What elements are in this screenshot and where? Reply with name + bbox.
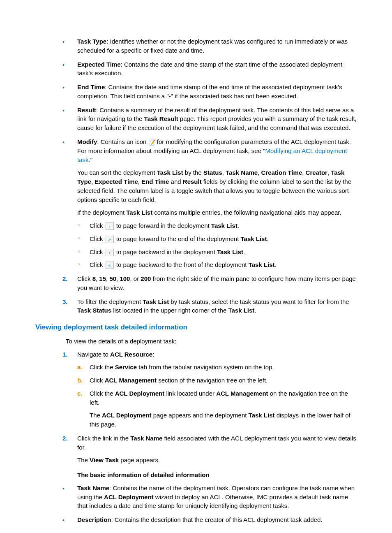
field-definition-list: Task Name: Contains the name of the depl… — [35, 484, 357, 524]
substep-marker: c. — [77, 389, 83, 398]
step-number: 3. — [62, 297, 68, 306]
text: : Contains an icon — [97, 138, 148, 145]
step-number: 2. — [62, 434, 68, 443]
field-label: Expected Time — [77, 61, 121, 68]
list-item: Click « to page backward to the front of… — [77, 260, 357, 269]
list-item: Result: Contains a summary of the result… — [62, 106, 357, 132]
result-text: The View Task page appears. — [77, 456, 357, 465]
field-label: Task Name — [77, 484, 109, 491]
page-prev-icon[interactable]: ‹ — [106, 249, 114, 256]
list-item: Task Name: Contains the name of the depl… — [62, 484, 357, 510]
list-item: 2. Click the link in the Task Name field… — [62, 434, 357, 465]
text: ." — [89, 156, 93, 163]
field-label: Description — [77, 516, 111, 523]
list-item: 2. Click 8, 15, 50, 100, or 200 from the… — [62, 274, 357, 292]
list-item: Task Type: Identifies whether or not the… — [62, 37, 357, 55]
substep-marker: b. — [77, 376, 83, 385]
step-number: 1. — [62, 350, 68, 359]
list-item: 3. To filter the deployment Task List by… — [62, 297, 357, 315]
field-label: End Time — [77, 83, 105, 90]
list-item: Click › to page forward in the deploymen… — [77, 221, 357, 230]
procedure-steps: 2. Click 8, 15, 50, 100, or 200 from the… — [35, 274, 357, 315]
list-item: Expected Time: Contains the date and tim… — [62, 60, 357, 78]
field-label: Result — [77, 107, 96, 114]
field-text: : Contains the date and time stamp of th… — [77, 83, 342, 100]
substep-marker: a. — [77, 363, 83, 372]
list-item: a. Click the Service tab from the tabula… — [77, 363, 357, 372]
page-first-icon[interactable]: « — [106, 262, 114, 269]
step-number: 2. — [62, 274, 68, 283]
procedure-steps: 1. Navigate to ACL Resource: a. Click th… — [35, 350, 357, 465]
nav-intro-paragraph: If the deployment Task List contains mul… — [77, 208, 357, 217]
result-text: The ACL Deployment page appears and the … — [90, 411, 357, 429]
list-item: Click ‹ to page backward in the deployme… — [77, 248, 357, 257]
bold-text: Task Result — [144, 115, 178, 122]
list-item: Description: Contains the description th… — [62, 515, 357, 524]
list-item: Modify: Contains an icon 📝 for modifying… — [62, 137, 357, 269]
sort-paragraph: You can sort the deployment Task List by… — [77, 168, 357, 204]
field-definition-list: Task Type: Identifies whether or not the… — [35, 37, 357, 269]
list-item: Click » to page forward to the end of th… — [77, 234, 357, 243]
field-label: Task Type — [77, 38, 106, 45]
sub-heading: The basic information of detailed inform… — [77, 470, 357, 480]
modify-icon: 📝 — [148, 138, 155, 146]
intro-text: To view the details of a deployment task… — [66, 337, 357, 346]
sub-steps: a. Click the Service tab from the tabula… — [77, 363, 357, 429]
list-item: b. Click ACL Management section of the n… — [77, 376, 357, 385]
navigation-aids-list: Click › to page forward in the deploymen… — [77, 221, 357, 269]
page-next-icon[interactable]: › — [106, 222, 114, 230]
list-item: c. Click the ACL Deployment link located… — [77, 389, 357, 429]
section-heading: Viewing deployment task detailed informa… — [35, 322, 357, 333]
page-last-icon[interactable]: » — [106, 236, 114, 243]
list-item: End Time: Contains the date and time sta… — [62, 83, 357, 101]
field-text: : Identifies whether or not the deployme… — [77, 38, 348, 54]
list-item: 1. Navigate to ACL Resource: a. Click th… — [62, 350, 357, 429]
field-label: Modify — [77, 138, 97, 145]
